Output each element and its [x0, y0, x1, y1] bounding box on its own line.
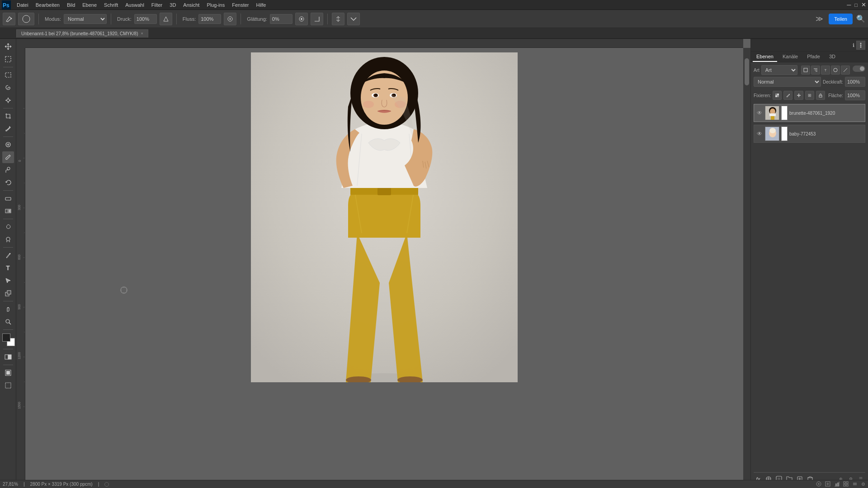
svg-text:0: 0: [18, 160, 21, 162]
tab-close-button[interactable]: ×: [141, 31, 143, 36]
scrollbar-thumb-vertical[interactable]: [745, 58, 749, 85]
zoom-tool[interactable]: [2, 316, 14, 328]
angle-icon[interactable]: [311, 13, 323, 25]
panel-header: ℹ: [751, 39, 868, 52]
bottom-icon-5[interactable]: [852, 481, 858, 488]
share-button[interactable]: Teilen: [829, 14, 853, 24]
opacity-input[interactable]: [845, 77, 865, 87]
lt-separator-10: [3, 365, 13, 365]
modus-select[interactable]: Normal Multiplizieren Bildschirm: [64, 14, 107, 24]
toolbar-separator-5: [327, 14, 328, 24]
menu-ansicht[interactable]: Ansicht: [180, 1, 203, 9]
menu-datei[interactable]: Datei: [14, 1, 32, 9]
tab-pfade[interactable]: Pfade: [803, 52, 824, 62]
layer-visibility-baby[interactable]: 👁: [756, 130, 763, 137]
layer-visibility-brunette[interactable]: 👁: [756, 109, 763, 117]
filter-toggle[interactable]: [853, 66, 865, 72]
brush-tool-button[interactable]: [3, 13, 15, 25]
tab-3d[interactable]: 3D: [826, 52, 839, 62]
quick-mask-button[interactable]: [2, 351, 14, 363]
svg-rect-119: [819, 95, 822, 97]
tab-ebenen[interactable]: Ebenen: [753, 52, 777, 62]
extra-button[interactable]: [347, 13, 360, 25]
filter-btn-3[interactable]: T: [821, 66, 830, 75]
canvas-area[interactable]: -1200 -900 -600 -300 0 300 600 900 1200 …: [16, 39, 750, 488]
menu-bild[interactable]: Bild: [64, 1, 78, 9]
svg-rect-139: [844, 484, 845, 486]
symmetry-button[interactable]: [332, 13, 344, 25]
brush-size-button[interactable]: [18, 13, 34, 25]
svg-text:900: 900: [18, 304, 21, 310]
filter-btn-5[interactable]: [841, 66, 850, 75]
separator-status-2: |: [98, 482, 99, 487]
document-tab[interactable]: Unbenannt-1 bei 27,8% (brunette-487061_1…: [16, 29, 148, 38]
lock-btn[interactable]: [816, 91, 825, 100]
menu-plugins[interactable]: Plug-ins: [203, 1, 228, 9]
svg-text:600: 600: [18, 254, 21, 260]
glattung-settings-button[interactable]: [295, 13, 308, 25]
left-ruler-area: [8, 45, 16, 316]
filter-btn-1[interactable]: [801, 66, 810, 75]
fix-all-btn[interactable]: ⊞: [805, 91, 814, 100]
fix-brush-btn[interactable]: [783, 91, 793, 100]
layer-mask-brunette: [781, 106, 788, 120]
menu-bearbeiten[interactable]: Bearbeiten: [33, 1, 63, 9]
canvas-container[interactable]: [25, 48, 743, 481]
filter-type-select[interactable]: Art Name Farbe: [761, 65, 797, 75]
main-area: T: [0, 39, 868, 488]
svg-rect-137: [844, 482, 845, 483]
options-toolbar: Modus: Normal Multiplizieren Bildschirm …: [0, 10, 868, 28]
bottom-icon-1[interactable]: [816, 481, 821, 488]
blend-mode-select[interactable]: Normal Multiplizieren Bildschirm: [754, 77, 821, 87]
fix-transparent-btn[interactable]: [773, 91, 782, 100]
tab-kanaele[interactable]: Kanäle: [779, 52, 802, 62]
svg-point-127: [769, 128, 776, 133]
toolbar-separator-4: [241, 14, 241, 24]
filter-btn-2[interactable]: [811, 66, 820, 75]
svg-point-99: [375, 94, 377, 96]
search-button[interactable]: 🔍: [856, 14, 865, 23]
druck-input[interactable]: [134, 14, 157, 24]
druck-icon[interactable]: [160, 13, 172, 25]
svg-rect-140: [846, 484, 848, 486]
svg-rect-117: [775, 95, 777, 97]
layer-thumbnail-brunette: [765, 106, 779, 120]
menu-auswahl[interactable]: Auswahl: [122, 1, 147, 9]
collapse-panel-button[interactable]: ≫: [816, 14, 823, 23]
svg-rect-28: [5, 383, 11, 388]
fix-position-btn[interactable]: [794, 91, 803, 100]
filter-btn-4[interactable]: [831, 66, 840, 75]
bottom-icon-6[interactable]: ⚙: [861, 482, 865, 487]
screen-mode-button[interactable]: [2, 367, 14, 379]
info-icon[interactable]: ℹ: [853, 42, 854, 48]
fluss-input[interactable]: [198, 14, 221, 24]
maximize-button[interactable]: □: [854, 2, 858, 8]
menu-3d[interactable]: 3D: [166, 1, 179, 9]
glattung-input[interactable]: [270, 14, 292, 24]
svg-rect-70: [16, 106, 25, 422]
menu-ebene[interactable]: Ebene: [79, 1, 100, 9]
bottom-icon-2[interactable]: [825, 481, 830, 488]
fluss-icon[interactable]: [224, 13, 236, 25]
flache-input[interactable]: [845, 90, 865, 100]
artboards-button[interactable]: [2, 380, 14, 391]
foreground-color-swatch[interactable]: [2, 333, 10, 342]
menu-fenster[interactable]: Fenster: [229, 1, 252, 9]
bottom-icon-4[interactable]: [843, 481, 849, 488]
menu-schrift[interactable]: Schrift: [101, 1, 121, 9]
minimize-button[interactable]: ─: [847, 1, 851, 8]
fixieren-row: Fixieren: ⊞ Fläche:: [754, 90, 865, 100]
layer-item-brunette[interactable]: 👁 brunette-487061_1920: [754, 104, 865, 122]
lt-separator-8: [3, 329, 13, 330]
close-button[interactable]: ✕: [861, 1, 866, 8]
menu-hilfe[interactable]: Hilfe: [253, 1, 269, 9]
bottom-icon-3[interactable]: [834, 481, 840, 488]
layer-item-baby[interactable]: 👁 baby-772453: [754, 125, 865, 143]
vertical-scrollbar[interactable]: [743, 48, 750, 481]
menu-filter[interactable]: Filter: [148, 1, 165, 9]
panel-menu-button[interactable]: [856, 41, 865, 50]
fixieren-label: Fixieren:: [754, 93, 771, 98]
svg-rect-116: [777, 95, 779, 97]
svg-rect-24: [5, 355, 8, 359]
svg-rect-27: [6, 371, 10, 375]
